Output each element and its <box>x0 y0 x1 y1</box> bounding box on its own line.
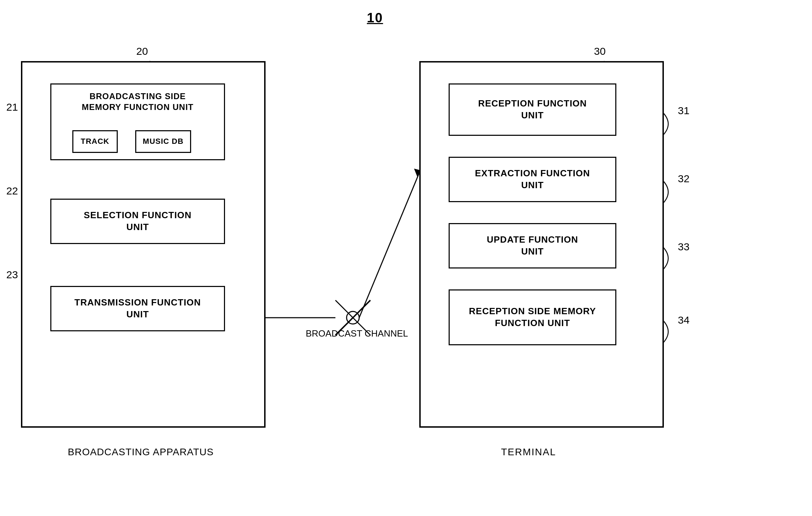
track-label: TRACK <box>81 137 109 147</box>
tfu-label: TRANSMISSION FUNCTIONUNIT <box>74 297 201 320</box>
ref-32: 32 <box>678 173 689 185</box>
sfu-label: SELECTION FUNCTIONUNIT <box>84 209 191 233</box>
sfu-box: SELECTION FUNCTIONUNIT <box>50 199 225 244</box>
upfu-box: UPDATE FUNCTIONUNIT <box>449 223 616 268</box>
label-30: 30 <box>594 45 606 57</box>
ref-31: 31 <box>678 105 689 117</box>
rsmfu-label: RECEPTION SIDE MEMORYFUNCTION UNIT <box>469 305 596 329</box>
ref-34: 34 <box>678 314 689 326</box>
terminal-label: TERMINAL <box>501 447 556 458</box>
broadcasting-apparatus-box: BROADCASTING SIDE MEMORY FUNCTION UNIT T… <box>21 61 266 428</box>
diagram-title: 10 <box>367 10 383 25</box>
rfu-box: RECEPTION FUNCTIONUNIT <box>449 83 616 136</box>
label-20: 20 <box>136 45 148 57</box>
rsmfu-box: RECEPTION SIDE MEMORYFUNCTION UNIT <box>449 289 616 345</box>
bsmfu-box: BROADCASTING SIDE MEMORY FUNCTION UNIT T… <box>50 83 225 160</box>
ref-22: 22 <box>6 185 18 197</box>
musicdb-label: MUSIC DB <box>143 137 184 147</box>
svg-line-8 <box>359 173 419 318</box>
upfu-label: UPDATE FUNCTIONUNIT <box>487 234 578 258</box>
broadcast-channel-label: BROADCAST CHANNEL <box>306 328 408 339</box>
apparatus-label: BROADCASTING APPARATUS <box>68 447 214 458</box>
tfu-box: TRANSMISSION FUNCTIONUNIT <box>50 286 225 331</box>
musicdb-box: MUSIC DB <box>135 130 191 153</box>
diagram-container: 10 20 30 BROADCASTING SIDE MEMORY FUNCTI… <box>0 0 812 516</box>
exfu-box: EXTRACTION FUNCTIONUNIT <box>449 157 616 202</box>
ref-33: 33 <box>678 241 689 253</box>
ref-23: 23 <box>6 269 18 281</box>
terminal-box: RECEPTION FUNCTIONUNIT EXTRACTION FUNCTI… <box>419 61 664 428</box>
rfu-label: RECEPTION FUNCTIONUNIT <box>478 98 587 121</box>
svg-point-7 <box>347 311 359 324</box>
track-box: TRACK <box>72 130 118 153</box>
exfu-label: EXTRACTION FUNCTIONUNIT <box>475 168 590 191</box>
ref-21: 21 <box>6 101 18 113</box>
bsmfu-label: BROADCASTING SIDE <box>89 91 186 101</box>
bsmfu-label2: MEMORY FUNCTION UNIT <box>82 102 194 112</box>
